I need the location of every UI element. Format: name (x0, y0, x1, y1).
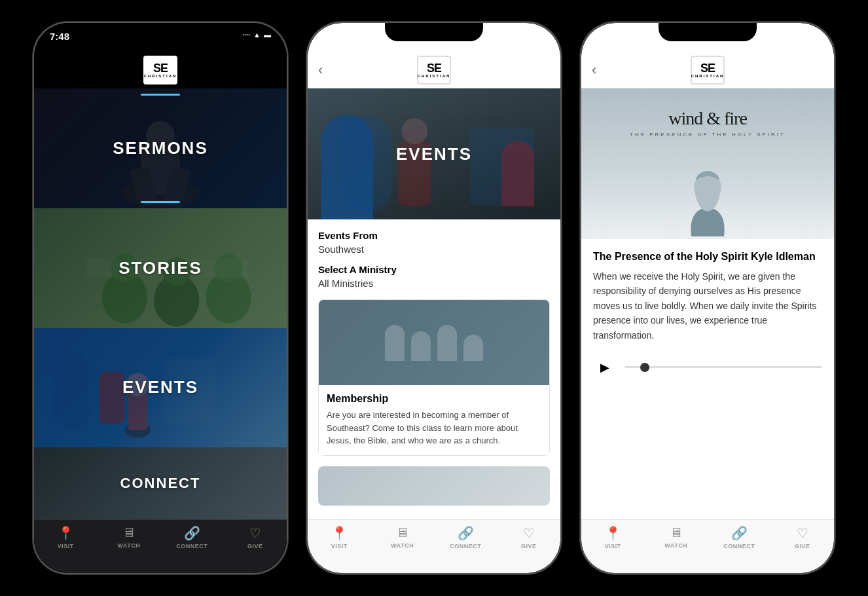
events-body: Events From Southwest Select A Ministry … (308, 219, 560, 519)
connect-icon: 🔗 (184, 525, 200, 541)
give-icon: ♡ (523, 525, 535, 541)
tab-watch-label: WATCH (664, 542, 687, 549)
person-svg (681, 171, 734, 236)
membership-card[interactable]: Membership Are you are interested in bec… (318, 299, 550, 456)
app-header: ‹ SE CHRISTIAN (581, 52, 834, 88)
tab-give-label: GIVE (521, 543, 537, 549)
se-logo: SE CHRISTIAN (417, 56, 451, 84)
person-4 (463, 335, 483, 361)
tab-visit-label: VISIT (331, 543, 348, 549)
progress-bar[interactable] (624, 366, 822, 368)
next-card-hint (318, 466, 550, 506)
wind-fire-title: wind & fire (581, 108, 834, 129)
tab-watch[interactable]: 🖥 WATCH (645, 525, 708, 549)
events-section[interactable]: EVENTS (34, 328, 287, 448)
tab-give-label: GIVE (247, 543, 263, 549)
person-3 (437, 325, 457, 361)
tab-give-label: GIVE (795, 543, 810, 549)
sermons-section[interactable]: SERMONS (34, 88, 287, 208)
notch (385, 23, 483, 41)
se-logo-text: SE (427, 62, 441, 74)
connect-section[interactable]: CONNECT (34, 447, 287, 519)
visit-icon: 📍 (331, 525, 348, 541)
watch-icon: 🖥 (396, 525, 409, 540)
sermon-title: The Presence of the Holy Spirit Kyle Idl… (593, 251, 822, 263)
tab-connect-label: CONNECT (176, 543, 208, 549)
se-logo-text: SE (153, 62, 168, 74)
se-logo-sub: CHRISTIAN (418, 74, 451, 78)
back-button[interactable]: ‹ (318, 62, 323, 79)
tab-give[interactable]: ♡ GIVE (771, 525, 835, 549)
app-header: ‹ SE CHRISTIAN (308, 52, 560, 88)
visit-icon: 📍 (605, 525, 621, 541)
stories-label: STORIES (118, 258, 202, 278)
phone-sermon: 7:51 ···· ▲ ▬ ‹ SE CHRISTIAN (580, 22, 835, 574)
tab-give[interactable]: ♡ GIVE (497, 525, 561, 549)
person-2 (411, 331, 431, 361)
tab-watch[interactable]: 🖥 WATCH (98, 525, 161, 549)
tab-connect-label: CONNECT (723, 543, 755, 549)
tab-visit[interactable]: 📍 VISIT (308, 525, 371, 549)
tab-visit-label: VISIT (605, 543, 621, 549)
phone-home: 7:48 ···· ▲ ▬ SE CHRISTIAN (33, 22, 288, 574)
membership-card-image (319, 300, 549, 385)
watch-icon: 🖥 (670, 525, 683, 540)
progress-thumb[interactable] (640, 363, 649, 372)
app-header: SE CHRISTIAN (34, 52, 287, 88)
person-1 (385, 325, 405, 361)
sermon-description: When we receive the Holy Spirit, we are … (593, 269, 822, 343)
tab-connect[interactable]: 🔗 CONNECT (434, 525, 497, 549)
sermons-label: SERMONS (113, 138, 208, 158)
tab-visit[interactable]: 📍 VISIT (581, 525, 645, 549)
phone-events: 7:49 ···· ▲ ▬ ‹ SE CHRISTIAN (306, 22, 562, 574)
tab-bar: 📍 VISIT 🖥 WATCH 🔗 CONNECT ♡ GIVE (34, 519, 287, 573)
status-icons: ···· ▲ ▬ (516, 31, 545, 39)
events-ministry-label: Select A Ministry (318, 264, 550, 275)
tab-connect-label: CONNECT (450, 543, 481, 549)
se-logo: SE CHRISTIAN (691, 56, 725, 84)
sermon-body: The Presence of the Holy Spirit Kyle Idl… (581, 239, 834, 519)
audio-player: ▶ (593, 356, 822, 379)
events-label: EVENTS (122, 377, 198, 398)
se-logo: SE CHRISTIAN (143, 56, 177, 84)
tab-give[interactable]: ♡ GIVE (224, 525, 287, 549)
membership-card-body: Membership Are you are interested in bec… (319, 385, 549, 455)
status-icons: ···· ▲ ▬ (242, 31, 271, 39)
back-button[interactable]: ‹ (592, 62, 596, 79)
events-from-value: Southwest (318, 244, 550, 255)
connect-icon: 🔗 (731, 525, 748, 541)
connect-label: CONNECT (120, 475, 201, 492)
tab-bar: 📍 VISIT 🖥 WATCH 🔗 CONNECT ♡ GIVE (308, 519, 560, 573)
home-sections: SERMONS (34, 88, 287, 519)
tab-bar: 📍 VISIT 🖥 WATCH 🔗 CONNECT ♡ GIVE (581, 519, 834, 573)
phones-container: 7:48 ···· ▲ ▬ SE CHRISTIAN (20, 9, 848, 587)
tab-watch[interactable]: 🖥 WATCH (371, 525, 435, 549)
visit-icon: 📍 (58, 525, 74, 541)
membership-description: Are you are interested in becoming a mem… (327, 409, 541, 447)
events-ministry-value: All Ministries (318, 278, 550, 289)
tab-visit-label: VISIT (58, 543, 74, 549)
give-icon: ♡ (249, 525, 261, 541)
stories-section[interactable]: STORIES (34, 208, 287, 328)
give-icon: ♡ (797, 525, 808, 541)
events-from-label: Events From (318, 230, 550, 241)
status-time: 7:51 (597, 31, 617, 42)
person-silhouette (681, 171, 734, 239)
status-icons: ···· ▲ ▬ (789, 31, 818, 39)
tab-visit[interactable]: 📍 VISIT (34, 525, 98, 549)
watch-icon: 🖥 (122, 525, 136, 540)
sermon-hero: wind & fire THE PRESENCE OF THE HOLY SPI… (581, 88, 834, 239)
play-button[interactable]: ▶ (593, 356, 617, 379)
people-illustration (385, 325, 483, 361)
events-hero: EVENTS (308, 88, 560, 219)
wind-fire-subtitle: THE PRESENCE OF THE HOLY SPIRIT (581, 132, 834, 138)
se-logo-sub: CHRISTIAN (691, 74, 725, 78)
events-hero-label: EVENTS (396, 144, 472, 164)
membership-title: Membership (327, 393, 541, 405)
tab-connect[interactable]: 🔗 CONNECT (160, 525, 224, 549)
tab-connect[interactable]: 🔗 CONNECT (708, 525, 771, 549)
se-logo-text: SE (700, 62, 715, 74)
se-logo-sub: CHRISTIAN (144, 74, 177, 78)
tab-watch-label: WATCH (391, 542, 414, 549)
status-time: 7:49 (323, 31, 343, 42)
